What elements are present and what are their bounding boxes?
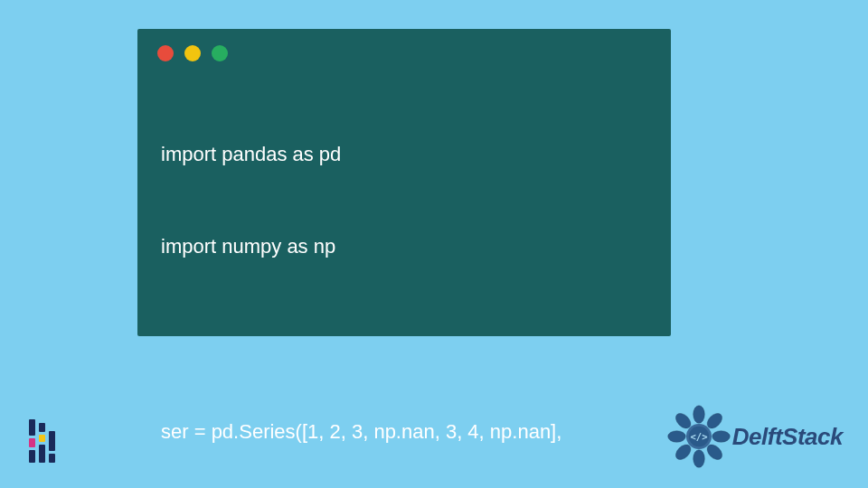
flower-icon: </> (667, 405, 731, 468)
svg-text:</>: </> (690, 431, 707, 442)
minimize-dot-icon (184, 45, 201, 61)
code-line: import pandas as pd (161, 139, 647, 170)
window-controls (137, 29, 671, 70)
blank-line (161, 324, 647, 355)
brand-logo: </> DelftStack (667, 405, 843, 468)
maximize-dot-icon (212, 45, 228, 61)
svg-point-0 (693, 406, 705, 424)
code-line: import numpy as np (161, 231, 647, 262)
brand-name: DelftStack (732, 423, 843, 451)
code-block: import pandas as pd import numpy as np s… (137, 70, 671, 488)
close-dot-icon (157, 45, 174, 61)
svg-point-2 (712, 431, 731, 443)
left-logo-icon (29, 419, 55, 463)
code-window: import pandas as pd import numpy as np s… (137, 29, 671, 336)
svg-point-6 (668, 431, 686, 443)
code-line: ser = pd.Series([1, 2, 3, np.nan, 3, 4, … (161, 417, 647, 447)
svg-point-4 (693, 450, 705, 468)
